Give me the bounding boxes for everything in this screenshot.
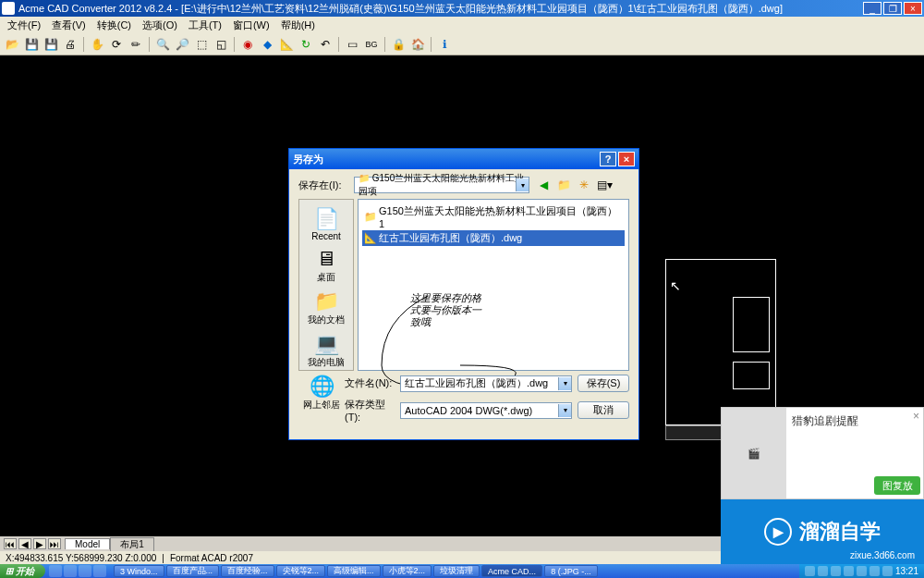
watermark: ▶ 溜溜自学 zixue.3d66.com: [721, 499, 924, 564]
task-item[interactable]: 3 Windo...: [114, 565, 164, 577]
zoom-in-icon[interactable]: 🔍: [154, 36, 171, 53]
task-item[interactable]: 垃圾清理: [433, 565, 480, 577]
info-icon[interactable]: ℹ: [436, 36, 453, 53]
popup-close-icon[interactable]: ×: [913, 410, 919, 423]
color-icon[interactable]: ◆: [259, 36, 275, 53]
menu-options[interactable]: 选项(O): [139, 18, 181, 32]
pan-icon[interactable]: ✋: [89, 36, 105, 53]
status-format: Format ACAD r2007: [170, 553, 253, 563]
place-desktop[interactable]: 🖥 桌面: [312, 245, 340, 286]
toolbar: 📂 💾 💾 🖨 ✋ ⟳ ✏ 🔍 🔎 ⬚ ◱ ◉ ◆ 📐 ↻ ↶ ▭ BG 🔒 🏠…: [0, 33, 924, 55]
chevron-down-icon[interactable]: ▾: [558, 377, 571, 390]
popup-image: 🎬: [722, 408, 786, 498]
quick-launch: [45, 565, 110, 577]
ql-icon[interactable]: [93, 565, 106, 577]
select-icon[interactable]: ▭: [344, 36, 360, 53]
regen-icon[interactable]: ⟳: [108, 36, 125, 53]
app-title: Acme CAD Converter 2012 v8.2.4 - [E:\进行中…: [18, 2, 863, 16]
menu-tools[interactable]: 工具(T): [185, 18, 225, 32]
menu-window[interactable]: 窗口(W): [229, 18, 274, 32]
tab-model[interactable]: Model: [65, 538, 110, 549]
tab-prev-icon[interactable]: ◀: [18, 538, 31, 549]
menu-help[interactable]: 帮助(H): [277, 18, 319, 32]
tray-icon[interactable]: [831, 566, 841, 576]
task-item[interactable]: 尖锐等2...: [276, 565, 326, 577]
task-buttons: 3 Windo... 百度产品... 百度经验... 尖锐等2... 高级编辑.…: [110, 565, 799, 577]
start-button[interactable]: ⊞ 开始: [0, 564, 45, 578]
file-item-selected[interactable]: 📐 红古工业园布孔图（陇西）.dwg: [362, 230, 625, 246]
ql-icon[interactable]: [49, 565, 62, 577]
tab-layout1[interactable]: 布局1: [110, 537, 154, 551]
tray-icon[interactable]: [818, 566, 828, 576]
dialog-titlebar[interactable]: 另存为 ? ×: [289, 149, 638, 169]
dialog-help-button[interactable]: ?: [600, 152, 616, 166]
redraw-icon[interactable]: ✏: [128, 36, 144, 53]
task-item[interactable]: 8 (.JPG -...: [544, 565, 598, 577]
zoom-extents-icon[interactable]: ◱: [213, 36, 229, 53]
print-icon[interactable]: 🖨: [62, 36, 79, 53]
ql-icon[interactable]: [79, 565, 91, 577]
app-close-button[interactable]: ×: [904, 2, 922, 15]
back-icon[interactable]: ◀: [535, 177, 552, 193]
new-folder-icon[interactable]: ✳: [576, 177, 592, 193]
task-item-active[interactable]: Acme CAD...: [481, 565, 542, 577]
save-in-select[interactable]: 📁 G150兰州蓝天太阳能光热新材料工业园项 ▾: [354, 177, 529, 193]
network-icon: 🌐: [308, 375, 335, 399]
task-item[interactable]: 小虎等2...: [383, 565, 432, 577]
dialog-title: 另存为: [293, 153, 598, 166]
maximize-button[interactable]: ❐: [883, 2, 902, 15]
tray-icon[interactable]: [844, 566, 854, 576]
file-list[interactable]: 📁 G150兰州蓝天太阳能光热新材料工业园项目（陇西）1 📐 红古工业园布孔图（…: [358, 199, 629, 371]
drawing-content: ↖: [665, 259, 776, 425]
task-item[interactable]: 高级编辑...: [327, 565, 381, 577]
cancel-button[interactable]: 取消: [578, 401, 629, 419]
dialog-close-button[interactable]: ×: [618, 152, 635, 166]
filename-input[interactable]: 红古工业园布孔图（陇西）.dwg ▾: [400, 375, 572, 392]
save-as-dialog: 另存为 ? × 保存在(I): 📁 G150兰州蓝天太阳能光热新材料工业园项 ▾…: [288, 148, 639, 440]
save-all-icon[interactable]: 💾: [43, 36, 59, 53]
folder-item[interactable]: 📁 G150兰州蓝天太阳能光热新材料工业园项目（陇西）1: [362, 203, 625, 230]
place-mydocs[interactable]: 📁 我的文档: [308, 288, 345, 328]
measure-icon[interactable]: 📐: [278, 36, 295, 53]
open-icon[interactable]: 📂: [4, 36, 20, 53]
ql-icon[interactable]: [64, 565, 77, 577]
zoom-out-icon[interactable]: 🔎: [174, 36, 190, 53]
chevron-down-icon[interactable]: ▾: [558, 404, 571, 417]
popup-title: 猎豹追剧提醒: [792, 414, 858, 427]
tab-next-icon[interactable]: ▶: [33, 538, 46, 549]
taskbar: ⊞ 开始 3 Windo... 百度产品... 百度经验... 尖锐等2... …: [0, 564, 924, 578]
task-item[interactable]: 百度产品...: [166, 565, 220, 577]
tab-last-icon[interactable]: ⏭: [48, 538, 61, 549]
windows-logo-icon: ⊞: [6, 566, 13, 576]
view-menu-icon[interactable]: ▤▾: [596, 177, 613, 193]
menu-file[interactable]: 文件(F): [4, 18, 44, 32]
save-icon[interactable]: 💾: [23, 36, 40, 53]
green-action-button[interactable]: 图复放: [874, 476, 920, 495]
chevron-down-icon[interactable]: ▾: [516, 178, 529, 191]
menu-convert[interactable]: 转换(C): [93, 18, 135, 32]
undo-icon[interactable]: ↶: [317, 36, 334, 53]
clock[interactable]: 13:21: [895, 566, 918, 576]
tray-icon[interactable]: [805, 566, 815, 576]
zoom-window-icon[interactable]: ⬚: [193, 36, 210, 53]
place-mycomputer[interactable]: 💻 我的电脑: [308, 330, 345, 371]
bg-toggle[interactable]: BG: [363, 36, 380, 53]
tab-first-icon[interactable]: ⏮: [4, 538, 17, 549]
tray-icon[interactable]: [869, 566, 880, 576]
reload-icon[interactable]: ↻: [298, 36, 314, 53]
minimize-button[interactable]: _: [863, 2, 881, 15]
app-icon: [2, 2, 15, 15]
task-item[interactable]: 百度经验...: [221, 565, 274, 577]
play-icon: ▶: [764, 518, 792, 546]
lock-icon[interactable]: 🔒: [390, 36, 407, 53]
place-network[interactable]: 🌐 网上邻居: [303, 375, 340, 412]
layers-icon[interactable]: ◉: [239, 36, 256, 53]
place-recent[interactable]: 📄 Recent: [311, 205, 341, 243]
home-icon[interactable]: 🏠: [409, 36, 426, 53]
tray-icon[interactable]: [857, 566, 867, 576]
tray-icon[interactable]: [882, 566, 893, 576]
save-button[interactable]: 保存(S): [578, 375, 629, 392]
menu-view[interactable]: 查看(V): [48, 18, 90, 32]
up-folder-icon[interactable]: 📁: [555, 177, 572, 193]
filetype-select[interactable]: AutoCAD 2004 DWG(*.dwg) ▾: [400, 402, 572, 419]
